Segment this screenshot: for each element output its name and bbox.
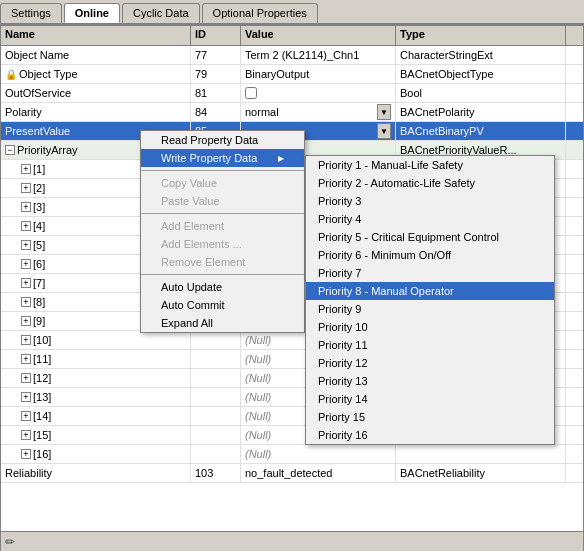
expand-icon[interactable]: + xyxy=(21,183,31,193)
expand-icon[interactable]: + xyxy=(21,202,31,212)
cell-id xyxy=(191,445,241,463)
cell-id: 84 xyxy=(191,103,241,121)
table-row[interactable]: Reliability 103 no_fault_detected BACnet… xyxy=(1,464,583,483)
tab-optional-properties[interactable]: Optional Properties xyxy=(202,3,318,23)
cell-value[interactable]: normal ▼ xyxy=(241,103,396,121)
expand-icon[interactable]: + xyxy=(21,392,31,402)
submenu-priority-2[interactable]: Priority 2 - Automatic-Life Safety xyxy=(306,174,554,192)
submenu-priority-16[interactable]: Priority 16 xyxy=(306,426,554,444)
submenu-priority-12[interactable]: Priority 12 xyxy=(306,354,554,372)
item-label: [14] xyxy=(33,410,51,422)
cell-id xyxy=(191,350,241,368)
submenu-priority-5[interactable]: Priority 5 - Critical Equipment Control xyxy=(306,228,554,246)
submenu-priority-1[interactable]: Priority 1 - Manual-Life Safety xyxy=(306,156,554,174)
submenu-priority-8[interactable]: Priority 8 - Manual Operator xyxy=(306,282,554,300)
table-row[interactable]: Object Name 77 Term 2 (KL2114)_Chn1 Char… xyxy=(1,46,583,65)
item-label: [2] xyxy=(33,182,45,194)
null-value: (Null) xyxy=(245,353,271,365)
item-label: [16] xyxy=(33,448,51,460)
tab-settings[interactable]: Settings xyxy=(0,3,62,23)
cell-name: Reliability xyxy=(1,464,191,482)
null-value: (Null) xyxy=(245,448,271,460)
submenu-priority-3[interactable]: Priority 3 xyxy=(306,192,554,210)
cell-type: BACnetReliability xyxy=(396,464,566,482)
expand-icon[interactable]: + xyxy=(21,316,31,326)
expand-icon[interactable]: − xyxy=(5,145,15,155)
expand-icon[interactable]: + xyxy=(21,240,31,250)
app-container: Settings Online Cyclic Data Optional Pro… xyxy=(0,0,584,551)
cell-type: BACnetPolarity xyxy=(396,103,566,121)
item-label: [8] xyxy=(33,296,45,308)
cell-id xyxy=(191,388,241,406)
item-label: [15] xyxy=(33,429,51,441)
item-label: [11] xyxy=(33,353,51,365)
expand-icon[interactable]: + xyxy=(21,164,31,174)
ctx-read-property[interactable]: Read Property Data xyxy=(141,131,304,149)
expand-icon[interactable]: + xyxy=(21,373,31,383)
cell-name: OutOfService xyxy=(1,84,191,102)
dropdown-arrow-icon[interactable]: ▼ xyxy=(377,104,391,120)
outofservice-checkbox[interactable] xyxy=(245,87,257,99)
null-value: (Null) xyxy=(245,334,271,346)
ctx-add-element[interactable]: Add Element xyxy=(141,217,304,235)
presentvalue-label: PresentValue xyxy=(5,125,70,137)
submenu-priority-4[interactable]: Priority 4 xyxy=(306,210,554,228)
expand-icon[interactable]: + xyxy=(21,297,31,307)
cell-value[interactable] xyxy=(241,84,396,102)
ctx-separator xyxy=(141,170,304,171)
ctx-auto-commit[interactable]: Auto Commit xyxy=(141,296,304,314)
tab-online[interactable]: Online xyxy=(64,3,120,23)
col-header-id: ID xyxy=(191,26,241,45)
submenu-priority-14[interactable]: Priority 14 xyxy=(306,390,554,408)
submenu-priority-13[interactable]: Priority 13 xyxy=(306,372,554,390)
item-label: [12] xyxy=(33,372,51,384)
polarity-label: Polarity xyxy=(5,106,42,118)
pencil-icon: ✏ xyxy=(5,535,15,549)
expand-icon[interactable]: + xyxy=(21,411,31,421)
ctx-add-elements[interactable]: Add Elements ... xyxy=(141,235,304,253)
expand-icon[interactable]: + xyxy=(21,354,31,364)
cell-name: + [11] xyxy=(1,350,191,368)
expand-icon[interactable]: + xyxy=(21,221,31,231)
cell-id xyxy=(191,331,241,349)
submenu-priority-9[interactable]: Priority 9 xyxy=(306,300,554,318)
null-value: (Null) xyxy=(245,410,271,422)
ctx-auto-update[interactable]: Auto Update xyxy=(141,278,304,296)
expand-icon[interactable]: + xyxy=(21,430,31,440)
lock-icon: 🔒 xyxy=(5,69,17,80)
submenu-priority-6[interactable]: Priority 6 - Minimum On/Off xyxy=(306,246,554,264)
item-label: [6] xyxy=(33,258,45,270)
ctx-remove-element[interactable]: Remove Element xyxy=(141,253,304,271)
ctx-expand-all[interactable]: Expand All xyxy=(141,314,304,332)
object-name-label: Object Name xyxy=(5,49,69,61)
submenu-priority-11[interactable]: Priority 11 xyxy=(306,336,554,354)
cell-id xyxy=(191,369,241,387)
cell-name: Polarity xyxy=(1,103,191,121)
polarity-value: normal xyxy=(245,106,377,118)
table-header: Name ID Value Type xyxy=(1,26,583,46)
cell-name: Object Name xyxy=(1,46,191,64)
expand-icon[interactable]: + xyxy=(21,278,31,288)
submenu-priority-10[interactable]: Priority 10 xyxy=(306,318,554,336)
ctx-separator xyxy=(141,274,304,275)
expand-icon[interactable]: + xyxy=(21,259,31,269)
priorityarray-label: PriorityArray xyxy=(17,144,78,156)
table-row[interactable]: OutOfService 81 Bool xyxy=(1,84,583,103)
dropdown-arrow-icon[interactable]: ▼ xyxy=(377,123,391,139)
submenu-priority-7[interactable]: Priority 7 xyxy=(306,264,554,282)
table-row[interactable]: + [16] (Null) xyxy=(1,445,583,464)
col-header-value: Value xyxy=(241,26,396,45)
ctx-paste-value[interactable]: Paste Value xyxy=(141,192,304,210)
cell-type: CharacterStringExt xyxy=(396,46,566,64)
expand-icon[interactable]: + xyxy=(21,335,31,345)
col-header-type: Type xyxy=(396,26,566,45)
ctx-copy-value[interactable]: Copy Value xyxy=(141,174,304,192)
ctx-write-property[interactable]: Write Property Data xyxy=(141,149,304,167)
submenu-priority-15[interactable]: Priorty 15 xyxy=(306,408,554,426)
table-row[interactable]: 🔒 Object Type 79 BinaryOutput BACnetObje… xyxy=(1,65,583,84)
expand-icon[interactable]: + xyxy=(21,449,31,459)
tab-bar: Settings Online Cyclic Data Optional Pro… xyxy=(0,0,584,25)
tab-cyclic-data[interactable]: Cyclic Data xyxy=(122,3,200,23)
item-label: [4] xyxy=(33,220,45,232)
table-row[interactable]: Polarity 84 normal ▼ BACnetPolarity xyxy=(1,103,583,122)
